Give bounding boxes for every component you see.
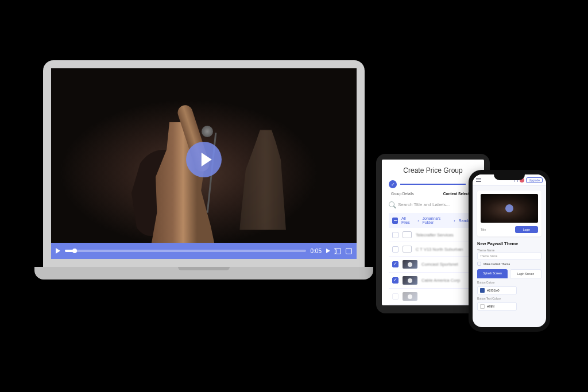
section-title: New Paywall Theme (477, 241, 541, 246)
row-label: Cable America Corp (421, 278, 460, 283)
make-default-row[interactable]: Make Default Theme (477, 262, 541, 266)
menu-icon[interactable] (476, 178, 481, 182)
guitarist-figure (239, 130, 291, 230)
make-default-checkbox[interactable] (477, 262, 481, 266)
row-label: Telecrafter Services (416, 232, 454, 238)
preview-thumbnail[interactable] (481, 194, 538, 223)
player-controls: 0:05 (51, 243, 357, 259)
video-thumbnail-icon (403, 276, 417, 285)
tab-login-screen[interactable]: Login Screen (510, 269, 541, 278)
stepper: 2 (389, 180, 477, 188)
row-checkbox[interactable] (392, 293, 399, 300)
fullscreen-icon[interactable] (346, 248, 352, 254)
theme-name-label: Theme Name (477, 249, 541, 252)
progress-track[interactable] (65, 250, 306, 252)
colour-swatch-icon (480, 288, 485, 293)
preview-title: Title (481, 228, 486, 231)
upgrade-button[interactable]: Upgrade (526, 177, 543, 183)
search-placeholder: Search Title and Labels... (398, 202, 450, 207)
step-labels: Group Details Content Selection (389, 192, 477, 196)
preview-card: Title Login (477, 191, 541, 236)
search-input[interactable]: Search Title and Labels... (389, 201, 477, 207)
breadcrumb-folder[interactable]: Johanna's Folder (423, 216, 451, 224)
step-connector (400, 184, 466, 185)
row-checkbox[interactable] (392, 261, 399, 267)
button-text-colour-input[interactable]: #ffffff (477, 302, 541, 311)
tab-splash-screen[interactable]: Splash Screen (477, 269, 508, 278)
step-1-label: Group Details (391, 192, 414, 196)
page-title: Create Price Group (389, 166, 477, 174)
theme-name-placeholder: Theme Name (480, 254, 497, 258)
phone-device: Upgrade Title Login New Paywall Theme Th… (469, 170, 550, 332)
video-player: 0:05 (51, 68, 357, 259)
list-item[interactable]: Telecrafter Services (389, 228, 477, 242)
video-thumbnail-icon (403, 292, 417, 301)
folder-icon (403, 231, 412, 238)
row-label: C T V13 North Suburban (416, 247, 463, 252)
row-checkbox[interactable] (392, 246, 399, 253)
button-colour-value: #2f52a0 (487, 289, 500, 292)
search-icon (389, 201, 394, 207)
row-checkbox[interactable] (392, 232, 399, 238)
microphone-icon (202, 126, 213, 137)
theme-name-input[interactable]: Theme Name (477, 253, 541, 259)
row-checkbox[interactable] (392, 277, 399, 284)
progress-fill (65, 250, 75, 252)
laptop-lid: 0:05 (43, 60, 365, 267)
make-default-label: Make Default Theme (483, 262, 510, 266)
button-text-colour-label: Button Text Colour (477, 297, 541, 300)
breadcrumb-sep: › (417, 219, 419, 223)
select-all-checkbox[interactable] (392, 218, 398, 224)
breadcrumb-root[interactable]: All Files (401, 216, 414, 224)
phone-screen: Upgrade Title Login New Paywall Theme Th… (473, 174, 546, 327)
row-label: Comcast Sportsnet (421, 262, 458, 267)
step-1-dot[interactable] (389, 180, 397, 188)
volume-icon[interactable] (326, 249, 330, 253)
button-colour-label: Button Colour (477, 281, 541, 284)
video-thumbnail-icon (403, 260, 417, 269)
phone-notch (494, 173, 525, 180)
colour-swatch-icon (480, 304, 485, 309)
breadcrumb-sep: › (454, 219, 455, 223)
list-item[interactable]: C T V13 North Suburban (389, 242, 477, 257)
button-colour-input[interactable]: #2f52a0 (477, 286, 541, 294)
folder-icon (403, 246, 412, 253)
laptop-base (34, 267, 373, 280)
breadcrumb: All Files › Johanna's Folder › Random (389, 213, 477, 228)
login-button[interactable]: Login (515, 226, 538, 233)
play-icon[interactable] (56, 248, 60, 254)
list-item[interactable] (389, 289, 477, 305)
screen-tabs: Splash Screen Login Screen (477, 269, 541, 278)
list-item[interactable]: Comcast Sportsnet (389, 257, 477, 273)
play-button[interactable] (186, 142, 222, 177)
laptop-device: 0:05 (34, 60, 373, 290)
list-item[interactable]: Cable America Corp (389, 273, 477, 289)
button-text-colour-value: #ffffff (487, 305, 494, 308)
player-time: 0:05 (311, 248, 322, 254)
